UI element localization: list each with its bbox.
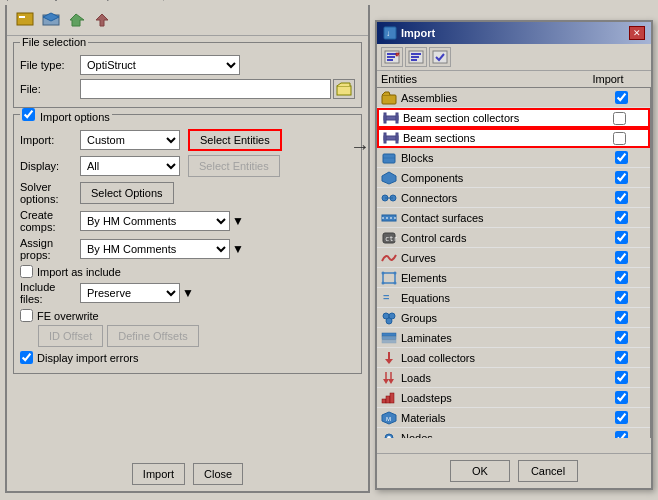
file-input[interactable] [80, 79, 331, 99]
toolbar-btn-2[interactable] [39, 9, 63, 31]
entity-import-checkbox[interactable] [615, 431, 628, 438]
left-panel: Utility Model Import [5, 5, 370, 493]
import-col-header: Import [583, 73, 633, 85]
dialog-toolbar-btn-1[interactable]: ✓ [381, 47, 403, 67]
entity-import-checkbox[interactable] [613, 112, 626, 125]
entity-checkbox-cell [596, 291, 646, 304]
entity-import-checkbox[interactable] [613, 132, 626, 145]
select-entities-btn-1[interactable]: Select Entities [188, 129, 282, 151]
import-as-include-checkbox[interactable] [20, 265, 33, 278]
entity-checkbox-cell [596, 311, 646, 324]
id-offset-btn[interactable]: ID Offset [38, 325, 103, 347]
entity-name: Laminates [401, 332, 596, 344]
include-files-select[interactable]: Preserve [80, 283, 180, 303]
import-select[interactable]: Custom [80, 130, 180, 150]
svg-rect-16 [411, 59, 417, 61]
entities-list: AssembliesBeam section collectorsBeam se… [377, 88, 651, 438]
entity-icon [381, 210, 397, 226]
close-btn[interactable]: Close [193, 463, 243, 485]
import-as-include-label: Import as include [37, 266, 121, 278]
dialog-icon: ↓ [383, 26, 397, 40]
entity-icon [381, 370, 397, 386]
display-select[interactable]: All [80, 156, 180, 176]
entity-name: Control cards [401, 232, 596, 244]
define-offsets-btn[interactable]: Define Offsets [107, 325, 199, 347]
entity-import-checkbox[interactable] [615, 231, 628, 244]
create-comps-select[interactable]: By HM Comments [80, 211, 230, 231]
entity-name: Curves [401, 252, 596, 264]
entity-import-checkbox[interactable] [615, 371, 628, 384]
import-options-checkbox[interactable] [22, 108, 35, 121]
entity-import-checkbox[interactable] [615, 411, 628, 424]
entity-name: Connectors [401, 192, 596, 204]
svg-marker-52 [388, 379, 394, 384]
entity-icon [381, 170, 397, 186]
entity-row: Groups [377, 308, 650, 328]
entity-import-checkbox[interactable] [615, 171, 628, 184]
assign-props-label: Assign props: [20, 237, 80, 261]
entity-row: Elements [377, 268, 650, 288]
tabs-bar: Utility Model Import [7, 0, 164, 1]
svg-rect-8 [387, 53, 397, 55]
entity-import-checkbox[interactable] [615, 331, 628, 344]
select-entities-btn-2[interactable]: Select Entities [188, 155, 280, 177]
entity-checkbox-cell [596, 191, 646, 204]
right-panel: ↓ Import ✕ ✓ [375, 20, 653, 490]
entities-header-row: Entities Import [377, 71, 651, 88]
toolbar-btn-3[interactable] [65, 9, 89, 31]
entity-import-checkbox[interactable] [615, 251, 628, 264]
entity-import-checkbox[interactable] [615, 91, 628, 104]
fe-overwrite-checkbox[interactable] [20, 309, 33, 322]
entity-import-checkbox[interactable] [615, 191, 628, 204]
svg-marker-48 [385, 359, 393, 364]
assign-props-select[interactable]: By HM Comments [80, 239, 230, 259]
entity-icon: ctrl [381, 230, 397, 246]
svg-rect-45 [382, 336, 396, 339]
entity-import-checkbox[interactable] [615, 351, 628, 364]
entity-icon [381, 330, 397, 346]
entity-checkbox-cell [596, 371, 646, 384]
assign-props-arrow: ▼ [232, 242, 244, 256]
toolbar-btn-4[interactable] [91, 9, 115, 31]
entity-row: Laminates [377, 328, 650, 348]
entity-icon [381, 310, 397, 326]
tab-import[interactable]: Import [108, 0, 164, 1]
solver-options-btn[interactable]: Select Options [80, 182, 174, 204]
arrow-indicator: → [350, 135, 370, 158]
svg-rect-14 [411, 53, 421, 55]
cancel-btn[interactable]: Cancel [518, 460, 578, 482]
entity-import-checkbox[interactable] [615, 311, 628, 324]
entity-row: Assemblies [377, 88, 650, 108]
entity-import-checkbox[interactable] [615, 151, 628, 164]
include-files-label: Include files: [20, 281, 80, 305]
dialog-toolbar-btn-2[interactable] [405, 47, 427, 67]
dialog-close-btn[interactable]: ✕ [629, 26, 645, 40]
entity-row: ctrlControl cards [377, 228, 650, 248]
toolbar-btn-1[interactable] [13, 9, 37, 31]
entity-import-checkbox[interactable] [615, 391, 628, 404]
entity-import-checkbox[interactable] [615, 271, 628, 284]
file-type-select[interactable]: OptiStruct [80, 55, 240, 75]
entity-icon [383, 110, 399, 126]
tab-model[interactable]: Model [56, 0, 108, 1]
display-import-errors-checkbox[interactable] [20, 351, 33, 364]
ok-btn[interactable]: OK [450, 460, 510, 482]
entity-name: Blocks [401, 152, 596, 164]
entity-icon [381, 190, 397, 206]
entity-row: Contact surfaces [377, 208, 650, 228]
file-selection-label: File selection [20, 36, 88, 48]
entity-checkbox-cell [596, 91, 646, 104]
tab-utility[interactable]: Utility [7, 0, 56, 1]
svg-text:ctrl: ctrl [385, 235, 397, 243]
entity-checkbox-cell [596, 271, 646, 284]
import-btn[interactable]: Import [132, 463, 185, 485]
svg-rect-31 [382, 215, 396, 221]
file-browse-btn[interactable] [333, 79, 355, 99]
entity-name: Loads [401, 372, 596, 384]
entity-import-checkbox[interactable] [615, 291, 628, 304]
entity-row: Blocks [377, 148, 650, 168]
entity-import-checkbox[interactable] [615, 211, 628, 224]
dialog-toolbar-btn-3[interactable] [429, 47, 451, 67]
display-import-errors-label: Display import errors [37, 352, 138, 364]
entity-checkbox-cell [596, 231, 646, 244]
